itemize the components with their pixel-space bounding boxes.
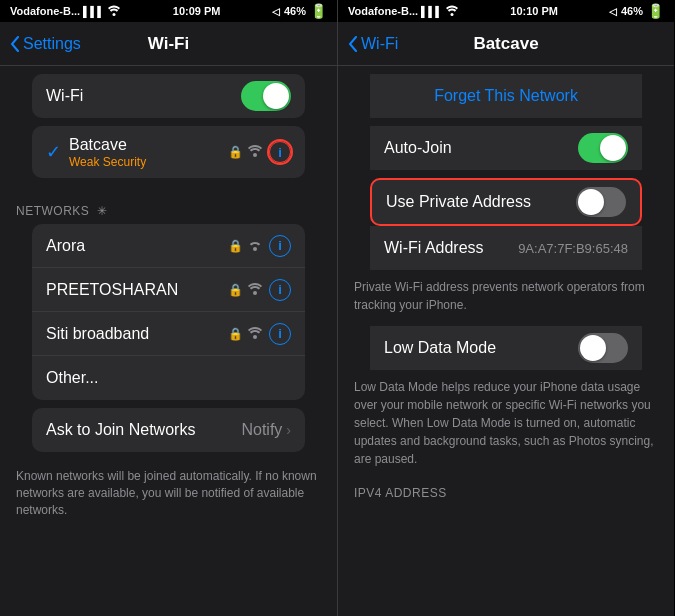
left-battery: 46% [284,5,306,17]
preetosharan-info-btn[interactable]: i [269,279,291,301]
arora-row[interactable]: Arora 🔒 i [32,224,305,268]
use-private-thumb [578,189,604,215]
left-time: 10:09 PM [173,5,221,17]
left-back-button[interactable]: Settings [10,35,81,53]
other-row[interactable]: Other... [32,356,305,400]
arora-wifi-icon [247,238,263,254]
right-signal-icon: ▌▌▌ [421,6,442,17]
svg-point-1 [253,153,257,157]
ask-join-value: Notify [241,421,282,439]
siti-label: Siti broadband [46,325,228,343]
right-nav-bar: Wi-Fi Batcave [338,22,674,66]
batcave-info: Batcave Weak Security [69,136,228,169]
auto-join-toggle[interactable] [578,133,628,163]
wifi-addr-group: Wi-Fi Address 9A:A7:7F:B9:65:48 [370,226,642,270]
siti-info-btn[interactable]: i [269,323,291,345]
other-label: Other... [46,369,291,387]
svg-point-0 [113,13,116,16]
private-desc: Private Wi-Fi address prevents network o… [338,270,674,322]
signal-icon: ▌▌▌ [83,6,104,17]
preetosharan-wifi-icon [247,281,263,299]
batcave-sub: Weak Security [69,155,228,169]
networks-list: Arora 🔒 i PREETOSHARAN 🔒 [32,224,305,400]
arora-info-btn[interactable]: i [269,235,291,257]
arora-label: Arora [46,237,228,255]
right-location-icon: ◁ [609,6,617,17]
wifi-toggle-row: Wi-Fi [32,74,305,118]
svg-point-5 [451,13,454,16]
networks-header: NETWORKS ✳ [0,186,337,224]
location-icon: ◁ [272,6,280,17]
connected-network-group: ✓ Batcave Weak Security 🔒 i [32,126,305,178]
use-private-toggle[interactable] [576,187,626,217]
wifi-toggle-thumb [263,83,289,109]
auto-join-thumb [600,135,626,161]
right-carrier: Vodafone-B... [348,5,418,17]
siti-row[interactable]: Siti broadband 🔒 i [32,312,305,356]
low-data-group: Low Data Mode [370,326,642,370]
auto-join-row: Auto-Join [370,126,642,170]
right-status-right: ◁ 46% 🔋 [609,3,664,19]
wifi-toggle-group: Wi-Fi [32,74,305,118]
svg-point-4 [253,335,257,339]
forget-label[interactable]: Forget This Network [434,87,578,105]
left-nav-bar: Settings Wi-Fi [0,22,337,66]
right-battery-icon: 🔋 [647,3,664,19]
wifi-addr-row: Wi-Fi Address 9A:A7:7F:B9:65:48 [370,226,642,270]
wifi-toggle[interactable] [241,81,291,111]
checkmark-icon: ✓ [46,141,61,163]
left-status-right: ◁ 46% 🔋 [272,3,327,19]
status-wifi-icon [107,5,121,18]
left-status-left: Vodafone-B... ▌▌▌ [10,5,121,18]
left-status-bar: Vodafone-B... ▌▌▌ 10:09 PM ◁ 46% 🔋 [0,0,337,22]
siti-lock: 🔒 [228,327,243,341]
right-back-label: Wi-Fi [361,35,398,53]
low-data-toggle[interactable] [578,333,628,363]
forget-row[interactable]: Forget This Network [370,74,642,118]
left-back-label: Settings [23,35,81,53]
wifi-footer: Known networks will be joined automatica… [0,460,337,526]
preetosharan-lock: 🔒 [228,283,243,297]
right-phone: Vodafone-B... ▌▌▌ 10:10 PM ◁ 46% 🔋 Wi-Fi… [337,0,674,616]
right-nav-title: Batcave [473,34,538,54]
right-battery: 46% [621,5,643,17]
battery-icon: 🔋 [310,3,327,19]
right-content: Forget This Network Auto-Join Use Privat… [338,66,674,616]
use-private-label: Use Private Address [386,193,576,211]
siti-wifi-icon [247,325,263,343]
lock-icon: 🔒 [228,145,243,159]
use-private-group: Use Private Address [370,178,642,226]
right-status-left: Vodafone-B... ▌▌▌ [348,5,459,18]
right-status-wifi-icon [445,5,459,18]
batcave-info-btn[interactable]: i [269,141,291,163]
batcave-row[interactable]: ✓ Batcave Weak Security 🔒 i [32,126,305,178]
auto-join-group: Auto-Join [370,126,642,170]
right-back-button[interactable]: Wi-Fi [348,35,398,53]
ask-join-row[interactable]: Ask to Join Networks Notify › [32,408,305,452]
forget-network-group: Forget This Network [370,74,642,118]
wifi-label: Wi-Fi [46,87,241,105]
ipv4-header: IPV4 ADDRESS [338,476,674,504]
low-data-label: Low Data Mode [384,339,578,357]
preetosharan-row[interactable]: PREETOSHARAN 🔒 i [32,268,305,312]
wifi-addr-value: 9A:A7:7F:B9:65:48 [518,241,628,256]
low-data-thumb [580,335,606,361]
right-time: 10:10 PM [510,5,558,17]
svg-point-3 [253,291,257,295]
spinner-icon: ✳ [97,204,108,218]
left-carrier: Vodafone-B... [10,5,80,17]
ask-join-group: Ask to Join Networks Notify › [32,408,305,452]
batcave-name: Batcave [69,136,228,154]
wifi-strength-icon [247,143,263,161]
low-data-row: Low Data Mode [370,326,642,370]
preetosharan-label: PREETOSHARAN [46,281,228,299]
low-data-desc: Low Data Mode helps reduce your iPhone d… [338,370,674,476]
ask-join-chevron: › [286,422,291,438]
wifi-addr-label: Wi-Fi Address [384,239,518,257]
right-status-bar: Vodafone-B... ▌▌▌ 10:10 PM ◁ 46% 🔋 [338,0,674,22]
left-content: Wi-Fi ✓ Batcave Weak Security 🔒 [0,66,337,616]
ask-join-label: Ask to Join Networks [46,421,241,439]
arora-lock: 🔒 [228,239,243,253]
left-nav-title: Wi-Fi [148,34,189,54]
svg-point-2 [253,247,257,251]
